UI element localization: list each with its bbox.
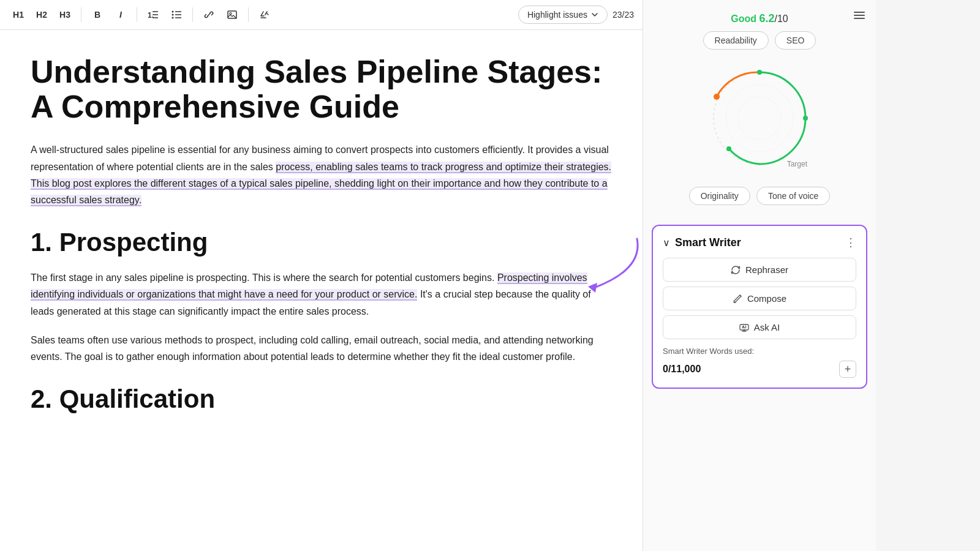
ordered-list-button[interactable]: 1. <box>143 5 163 24</box>
compose-icon <box>733 294 742 304</box>
metric-tabs-top: Readability SEO <box>703 31 816 50</box>
sidebar: Good 6.2/10 Readability SEO <box>643 0 876 551</box>
svg-point-11 <box>230 13 232 15</box>
svg-point-21 <box>726 146 731 151</box>
svg-point-4 <box>172 11 174 13</box>
svg-point-22 <box>714 94 720 100</box>
readability-tab[interactable]: Readability <box>703 31 769 50</box>
ask-ai-icon <box>739 323 749 332</box>
image-button[interactable] <box>222 5 242 24</box>
chevron-down-icon <box>591 11 598 18</box>
metric-tabs-bottom: Originality Tone of voice <box>689 187 831 205</box>
section1-paragraph1: The first stage in any sales pipeline is… <box>31 269 612 320</box>
svg-point-17 <box>726 84 793 152</box>
target-label: Target <box>787 160 807 168</box>
originality-tab[interactable]: Originality <box>689 187 750 205</box>
smart-writer-menu-icon[interactable]: ⋮ <box>845 236 856 249</box>
smart-writer-title: Smart Writer <box>675 236 840 249</box>
words-used-label: Smart Writer Words used: <box>663 347 856 356</box>
section1-paragraph2: Sales teams often use various methods to… <box>31 332 612 365</box>
seo-tab[interactable]: SEO <box>775 31 816 50</box>
editor-content[interactable]: Understanding Sales Pipeline Stages: A C… <box>0 30 643 551</box>
smart-writer-header: ∨ Smart Writer ⋮ <box>663 236 856 249</box>
words-used-number: 0 <box>663 364 668 374</box>
svg-point-5 <box>172 14 174 16</box>
h2-button[interactable]: H2 <box>32 5 51 24</box>
add-words-button[interactable]: + <box>839 361 856 378</box>
svg-point-20 <box>803 116 808 121</box>
hamburger-icon <box>853 9 866 22</box>
svg-point-18 <box>738 97 781 140</box>
tone-tab[interactable]: Tone of voice <box>756 187 831 205</box>
collapse-icon[interactable]: ∨ <box>663 237 670 249</box>
words-used-row: 0/11,000 + <box>663 361 856 378</box>
compose-label: Compose <box>747 293 786 304</box>
rephraser-icon <box>731 265 741 275</box>
h3-button[interactable]: H3 <box>55 5 75 24</box>
words-total: /11,000 <box>668 364 701 374</box>
score-chart: Target <box>698 57 821 179</box>
separator-3 <box>192 7 193 22</box>
highlight-issues-button[interactable]: Highlight issues <box>518 6 608 24</box>
clear-format-button[interactable] <box>255 5 274 24</box>
toolbar-right: Highlight issues 23/23 <box>518 6 634 24</box>
svg-point-6 <box>172 17 174 19</box>
ask-ai-button[interactable]: Ask AI <box>663 315 856 339</box>
score-label: Good 6.2/10 <box>731 12 788 25</box>
highlight-issues-label: Highlight issues <box>527 10 587 20</box>
score-out: /10 <box>775 13 788 24</box>
h1-button[interactable]: H1 <box>9 5 28 24</box>
editor-panel: H1 H2 H3 B I 1. <box>0 0 643 551</box>
link-button[interactable] <box>199 5 219 24</box>
section1-heading: 1. Prospecting <box>31 228 612 257</box>
unordered-list-button[interactable] <box>167 5 186 24</box>
intro-paragraph: A well-structured sales pipeline is esse… <box>31 141 612 208</box>
score-value: 6.2 <box>759 12 774 24</box>
score-good-text: Good <box>731 13 756 24</box>
words-used-value: 0/11,000 <box>663 364 701 375</box>
issues-count: 23/23 <box>612 10 634 20</box>
separator-1 <box>81 7 81 22</box>
compose-button[interactable]: Compose <box>663 287 856 310</box>
toolbar: H1 H2 H3 B I 1. <box>0 0 643 30</box>
smart-writer-box: ∨ Smart Writer ⋮ Rephraser Compose <box>652 225 867 389</box>
separator-4 <box>248 7 249 22</box>
score-section: Good 6.2/10 Readability SEO <box>643 0 876 225</box>
bold-button[interactable]: B <box>88 5 107 24</box>
svg-point-19 <box>757 70 762 75</box>
sidebar-menu-button[interactable] <box>853 9 866 25</box>
rephraser-button[interactable]: Rephraser <box>663 258 856 282</box>
svg-text:1.: 1. <box>148 11 154 20</box>
article-title: Understanding Sales Pipeline Stages: A C… <box>31 54 612 124</box>
section1-text-before: The first stage in any sales pipeline is… <box>31 272 497 283</box>
italic-button[interactable]: I <box>111 5 130 24</box>
separator-2 <box>137 7 137 22</box>
ask-ai-label: Ask AI <box>754 322 780 332</box>
section2-heading: 2. Qualification <box>31 384 612 414</box>
rephraser-label: Rephraser <box>745 264 788 275</box>
